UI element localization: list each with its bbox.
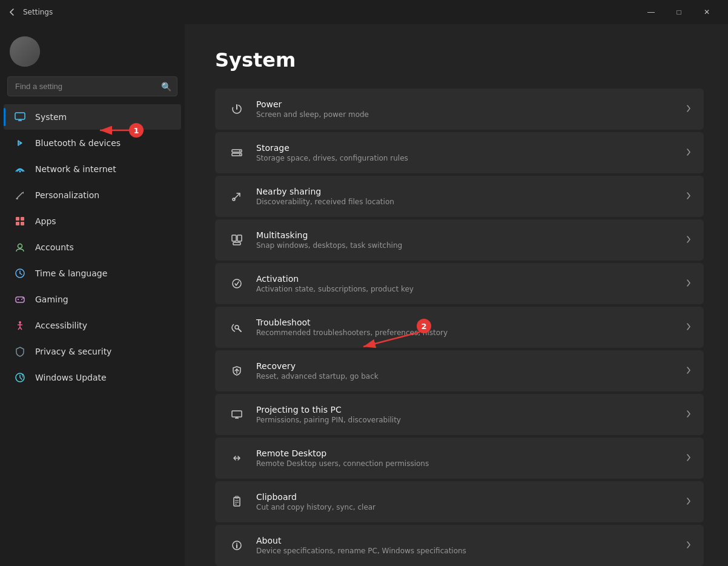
system-nav-icon bbox=[13, 110, 27, 124]
settings-item-desc-nearby-sharing: Discoverability, received files location bbox=[256, 198, 676, 206]
settings-item-text-about: AboutDevice specifications, rename PC, W… bbox=[256, 536, 676, 555]
settings-item-nearby-sharing[interactable]: Nearby sharingDiscoverability, received … bbox=[215, 176, 704, 217]
settings-item-desc-about: Device specifications, rename PC, Window… bbox=[256, 547, 676, 555]
settings-item-title-recovery: Recovery bbox=[256, 361, 676, 371]
settings-item-projecting[interactable]: Projecting to this PCPermissions, pairin… bbox=[215, 394, 704, 435]
sidebar-item-accounts[interactable]: Accounts bbox=[4, 235, 181, 260]
maximize-button[interactable]: □ bbox=[665, 2, 693, 22]
search-input[interactable] bbox=[7, 76, 177, 96]
settings-item-text-clipboard: ClipboardCut and copy history, sync, cle… bbox=[256, 492, 676, 511]
svg-point-35 bbox=[233, 279, 241, 288]
sidebar-item-bluetooth[interactable]: Bluetooth & devices bbox=[4, 130, 181, 156]
settings-item-about[interactable]: AboutDevice specifications, rename PC, W… bbox=[215, 525, 704, 566]
search-box: 🔍 bbox=[7, 76, 177, 96]
search-icon: 🔍 bbox=[161, 82, 171, 92]
apps-nav-icon bbox=[13, 215, 27, 228]
settings-item-storage[interactable]: StorageStorage space, drives, configurat… bbox=[215, 132, 704, 173]
settings-item-title-troubleshoot: Troubleshoot bbox=[256, 318, 676, 327]
settings-item-chevron-power bbox=[686, 104, 692, 115]
sidebar-item-accessibility[interactable]: Accessibility bbox=[4, 313, 181, 338]
settings-item-text-multitasking: MultitaskingSnap windows, desktops, task… bbox=[256, 230, 676, 250]
sidebar-item-label-accessibility: Accessibility bbox=[35, 321, 87, 330]
sidebar-item-label-time: Time & language bbox=[35, 268, 107, 278]
sidebar-item-system[interactable]: System bbox=[4, 104, 181, 130]
settings-item-desc-power: Screen and sleep, power mode bbox=[256, 110, 676, 119]
close-button[interactable]: ✕ bbox=[693, 2, 721, 22]
settings-item-desc-troubleshoot: Recommended troubleshooters, preferences… bbox=[256, 328, 676, 337]
settings-item-title-clipboard: Clipboard bbox=[256, 492, 676, 502]
settings-item-chevron-nearby-sharing bbox=[686, 191, 692, 202]
settings-item-chevron-projecting bbox=[686, 409, 692, 421]
time-nav-icon bbox=[13, 267, 27, 280]
accessibility-nav-icon bbox=[13, 319, 27, 332]
remote-desktop-icon bbox=[227, 448, 247, 468]
settings-item-troubleshoot[interactable]: TroubleshootRecommended troubleshooters,… bbox=[215, 307, 704, 348]
app-body: 🔍 SystemBluetooth & devicesNetwork & int… bbox=[0, 24, 728, 566]
settings-item-text-projecting: Projecting to this PCPermissions, pairin… bbox=[256, 405, 676, 424]
sidebar-item-gaming[interactable]: Gaming bbox=[4, 287, 181, 312]
avatar bbox=[10, 36, 40, 67]
settings-item-title-about: About bbox=[256, 536, 676, 545]
svg-rect-33 bbox=[237, 235, 242, 241]
titlebar-title: Settings bbox=[23, 8, 53, 16]
settings-item-title-nearby-sharing: Nearby sharing bbox=[256, 187, 676, 196]
titlebar-left: Settings bbox=[7, 7, 53, 17]
projecting-icon bbox=[227, 405, 247, 424]
settings-item-title-storage: Storage bbox=[256, 143, 676, 153]
sidebar-item-time[interactable]: Time & language bbox=[4, 261, 181, 286]
settings-item-text-troubleshoot: TroubleshootRecommended troubleshooters,… bbox=[256, 318, 676, 337]
settings-item-text-remote-desktop: Remote DesktopRemote Desktop users, conn… bbox=[256, 448, 676, 468]
main-content: System PowerScreen and sleep, power mode… bbox=[185, 24, 728, 566]
settings-item-desc-recovery: Reset, advanced startup, go back bbox=[256, 372, 676, 381]
sidebar-item-label-gaming: Gaming bbox=[35, 295, 68, 304]
page-title: System bbox=[215, 48, 704, 72]
svg-line-4 bbox=[16, 193, 22, 199]
sidebar-item-network[interactable]: Network & internet bbox=[4, 156, 181, 182]
svg-rect-8 bbox=[16, 222, 19, 225]
settings-item-power[interactable]: PowerScreen and sleep, power mode bbox=[215, 88, 704, 130]
settings-item-text-nearby-sharing: Nearby sharingDiscoverability, received … bbox=[256, 187, 676, 206]
settings-item-desc-projecting: Permissions, pairing PIN, discoverabilit… bbox=[256, 416, 676, 424]
settings-item-chevron-clipboard bbox=[686, 496, 692, 508]
svg-rect-6 bbox=[16, 217, 19, 221]
update-nav-icon bbox=[13, 371, 27, 384]
settings-list: PowerScreen and sleep, power modeStorage… bbox=[215, 88, 704, 566]
titlebar: Settings — □ ✕ bbox=[0, 0, 728, 24]
svg-rect-38 bbox=[232, 411, 242, 417]
sidebar-item-label-update: Windows Update bbox=[35, 373, 107, 382]
troubleshoot-icon bbox=[227, 318, 247, 337]
settings-item-recovery[interactable]: RecoveryReset, advanced startup, go back bbox=[215, 350, 704, 391]
bluetooth-nav-icon bbox=[13, 136, 27, 150]
sidebar-item-apps[interactable]: Apps bbox=[4, 208, 181, 234]
sidebar-item-personalization[interactable]: Personalization bbox=[4, 182, 181, 208]
settings-item-desc-activation: Activation state, subscriptions, product… bbox=[256, 285, 676, 293]
svg-rect-34 bbox=[233, 242, 240, 245]
back-icon[interactable] bbox=[7, 7, 17, 17]
svg-point-29 bbox=[239, 150, 240, 151]
accounts-nav-icon bbox=[13, 241, 27, 254]
minimize-button[interactable]: — bbox=[637, 2, 665, 22]
sidebar-item-privacy[interactable]: Privacy & security bbox=[4, 339, 181, 364]
power-icon bbox=[227, 99, 247, 119]
svg-point-36 bbox=[235, 325, 239, 329]
settings-item-title-activation: Activation bbox=[256, 274, 676, 284]
settings-item-clipboard[interactable]: ClipboardCut and copy history, sync, cle… bbox=[215, 481, 704, 522]
svg-point-3 bbox=[19, 171, 21, 173]
sidebar-item-label-system: System bbox=[35, 112, 67, 122]
settings-item-desc-remote-desktop: Remote Desktop users, connection permiss… bbox=[256, 459, 676, 468]
sidebar-nav: SystemBluetooth & devicesNetwork & inter… bbox=[0, 104, 185, 391]
clipboard-icon bbox=[227, 492, 247, 511]
svg-point-48 bbox=[236, 543, 237, 544]
multitasking-icon bbox=[227, 230, 247, 250]
sidebar-item-update[interactable]: Windows Update bbox=[4, 365, 181, 390]
sidebar-profile bbox=[0, 24, 185, 76]
settings-item-desc-storage: Storage space, drives, configuration rul… bbox=[256, 154, 676, 162]
settings-item-text-recovery: RecoveryReset, advanced startup, go back bbox=[256, 361, 676, 381]
settings-item-activation[interactable]: ActivationActivation state, subscription… bbox=[215, 263, 704, 304]
settings-item-remote-desktop[interactable]: Remote DesktopRemote Desktop users, conn… bbox=[215, 438, 704, 479]
settings-item-chevron-activation bbox=[686, 278, 692, 290]
sidebar-item-label-accounts: Accounts bbox=[35, 242, 74, 252]
settings-item-chevron-multitasking bbox=[686, 235, 692, 246]
settings-item-desc-multitasking: Snap windows, desktops, task switching bbox=[256, 241, 676, 250]
settings-item-multitasking[interactable]: MultitaskingSnap windows, desktops, task… bbox=[215, 219, 704, 261]
